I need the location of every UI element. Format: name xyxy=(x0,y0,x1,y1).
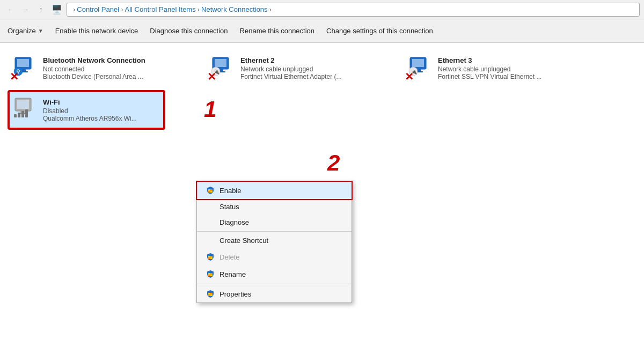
svg-rect-29 xyxy=(210,191,213,193)
path-sep-2: › xyxy=(197,5,200,13)
context-menu-item-properties[interactable]: Properties xyxy=(197,285,352,302)
diagnose-label: Diagnose this connection xyxy=(150,27,228,35)
context-menu-item-delete: Delete xyxy=(197,248,352,265)
svg-rect-1 xyxy=(17,59,29,67)
connection-bluetooth[interactable]: ⚲ ✕ Bluetooth Network Connection Not con… xyxy=(9,49,202,87)
connection-ethernet3[interactable]: 🔌 ✕ Ethernet 3 Network cable unplugged F… xyxy=(404,49,597,87)
connection-wifi[interactable]: Wi-Fi Disabled Qualcomm Atheros AR956x W… xyxy=(9,91,164,129)
toolbar: Organize ▼ Enable this network device Di… xyxy=(0,19,644,43)
svg-rect-25 xyxy=(25,109,28,117)
menu-item-label: Rename xyxy=(219,270,246,278)
content-area: ⚲ ✕ Bluetooth Network Connection Not con… xyxy=(0,43,644,362)
context-menu-item-status[interactable]: Status xyxy=(197,199,352,215)
svg-rect-13 xyxy=(412,59,424,67)
svg-rect-40 xyxy=(208,294,210,296)
svg-rect-19 xyxy=(17,100,29,109)
shield-icon xyxy=(206,269,215,279)
menu-item-label: Status xyxy=(219,203,239,211)
svg-rect-30 xyxy=(208,256,210,257)
path-all-items[interactable]: All Control Panel Items xyxy=(125,5,195,13)
svg-rect-39 xyxy=(210,293,213,294)
shield-icon xyxy=(206,252,215,262)
context-menu-separator xyxy=(197,284,352,284)
ethernet2-icon-container: 🔌 ✕ xyxy=(210,55,236,81)
ethernet3-desc: Fortinet SSL VPN Virtual Ethernet ... xyxy=(438,73,577,80)
path-sep: › xyxy=(73,5,75,13)
ethernet3-status: Network cable unplugged xyxy=(438,65,592,73)
path-sep-1: › xyxy=(121,5,123,13)
menu-item-label: Diagnose xyxy=(219,218,249,226)
svg-rect-33 xyxy=(210,257,213,259)
wifi-status: Disabled xyxy=(43,107,160,115)
ethernet3-status-x: ✕ xyxy=(405,70,414,83)
context-menu-item-enable[interactable]: Enable xyxy=(197,182,352,199)
address-path: › Control Panel › All Control Panel Item… xyxy=(67,3,640,17)
organize-label: Organize xyxy=(8,27,36,35)
wifi-icon-container xyxy=(13,97,39,123)
svg-rect-22 xyxy=(14,114,17,117)
connection-ethernet2[interactable]: 🔌 ✕ Ethernet 2 Network cable unplugged F… xyxy=(206,49,399,87)
enable-device-label: Enable this network device xyxy=(55,27,138,35)
path-sep-3: › xyxy=(269,5,272,13)
change-settings-button[interactable]: Change settings of this connection xyxy=(321,21,438,41)
menu-item-label: Delete xyxy=(219,253,240,261)
svg-rect-23 xyxy=(18,113,20,117)
diagnose-button[interactable]: Diagnose this connection xyxy=(144,21,233,41)
wifi-monitor-icon xyxy=(13,97,35,120)
up-button[interactable]: ↑ xyxy=(34,3,47,16)
path-network-connections[interactable]: Network Connections xyxy=(201,5,268,13)
bluetooth-status-x: ✕ xyxy=(10,70,19,83)
ethernet2-status: Network cable unplugged xyxy=(240,65,395,73)
organize-button[interactable]: Organize ▼ xyxy=(2,21,49,41)
ethernet2-status-x: ✕ xyxy=(207,70,216,83)
ethernet3-name: Ethernet 3 xyxy=(438,56,592,64)
connections-grid: ⚲ ✕ Bluetooth Network Connection Not con… xyxy=(9,49,635,129)
svg-rect-26 xyxy=(208,189,210,191)
svg-rect-31 xyxy=(210,256,213,257)
menu-item-label: Enable xyxy=(219,187,241,195)
svg-rect-34 xyxy=(208,273,210,275)
rename-button[interactable]: Rename this connection xyxy=(235,21,320,41)
change-settings-label: Change settings of this connection xyxy=(326,27,433,35)
context-menu-item-diagnose[interactable]: Diagnose xyxy=(197,215,352,230)
svg-rect-24 xyxy=(21,111,24,117)
context-menu: EnableStatusDiagnoseCreate Shortcut Dele… xyxy=(196,181,352,303)
wifi-name: Wi-Fi xyxy=(43,98,160,106)
forward-button[interactable]: → xyxy=(19,3,32,16)
bluetooth-name: Bluetooth Network Connection xyxy=(43,56,197,64)
bluetooth-desc: Bluetooth Device (Personal Area ... xyxy=(43,73,182,80)
back-button[interactable]: ← xyxy=(4,3,17,16)
ethernet2-desc: Fortinet Virtual Ethernet Adapter (... xyxy=(240,73,380,80)
step-number-2: 2 xyxy=(327,150,340,176)
context-menu-item-rename[interactable]: Rename xyxy=(197,265,352,283)
svg-rect-27 xyxy=(210,189,213,191)
ethernet3-info: Ethernet 3 Network cable unplugged Forti… xyxy=(438,56,592,80)
bluetooth-info: Bluetooth Network Connection Not connect… xyxy=(43,56,197,80)
ethernet2-info: Ethernet 2 Network cable unplugged Forti… xyxy=(240,56,395,80)
bluetooth-icon-container: ⚲ ✕ xyxy=(13,55,39,81)
svg-rect-32 xyxy=(208,257,210,259)
context-menu-item-create-shortcut[interactable]: Create Shortcut xyxy=(197,233,352,248)
svg-rect-28 xyxy=(208,191,210,193)
shield-icon xyxy=(206,289,215,299)
svg-rect-41 xyxy=(210,294,213,296)
svg-rect-38 xyxy=(208,293,210,294)
folder-icon: 🖥️ xyxy=(52,4,62,14)
menu-item-label: Create Shortcut xyxy=(219,237,268,245)
svg-rect-7 xyxy=(215,59,226,67)
menu-item-label: Properties xyxy=(219,290,251,298)
address-bar: ← → ↑ 🖥️ › Control Panel › All Control P… xyxy=(0,0,644,19)
shield-icon xyxy=(206,186,215,195)
organize-arrow: ▼ xyxy=(38,28,43,34)
wifi-desc: Qualcomm Atheros AR956x Wi... xyxy=(43,115,160,122)
rename-label: Rename this connection xyxy=(240,27,314,35)
enable-device-button[interactable]: Enable this network device xyxy=(50,21,144,41)
svg-rect-36 xyxy=(208,275,210,276)
svg-rect-37 xyxy=(210,275,213,276)
path-control-panel[interactable]: Control Panel xyxy=(77,5,119,13)
wifi-info: Wi-Fi Disabled Qualcomm Atheros AR956x W… xyxy=(43,98,160,122)
context-menu-separator xyxy=(197,231,352,232)
bluetooth-status: Not connected xyxy=(43,65,197,73)
ethernet3-icon-container: 🔌 ✕ xyxy=(408,55,434,81)
svg-rect-35 xyxy=(210,273,213,275)
